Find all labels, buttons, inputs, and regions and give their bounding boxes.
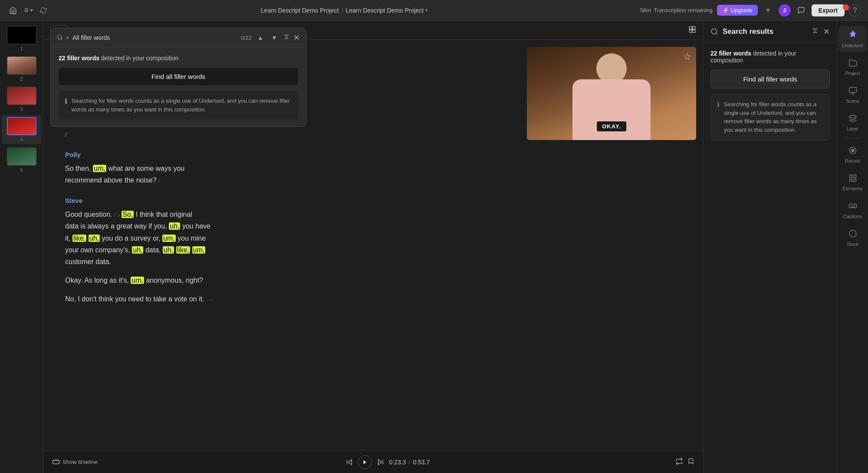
nav-stock-label: Stock <box>847 241 859 247</box>
add-button[interactable]: + <box>762 4 774 16</box>
nav-scene-button[interactable]: Scene <box>839 81 867 107</box>
play-button[interactable] <box>358 455 372 469</box>
nav-underlord-button[interactable]: Underlord <box>839 26 867 52</box>
menu-icon: ≡ <box>24 6 29 15</box>
word: you do a survey or, <box>100 235 162 242</box>
menu-button[interactable]: ≡ ▾ <box>24 6 33 15</box>
filler-word[interactable]: uh, <box>169 222 180 230</box>
time-display: 0:23.3 / 0:53.7 <box>104 455 669 469</box>
scene-item[interactable]: 3 <box>2 85 41 114</box>
ellipsis: ··· <box>209 296 214 303</box>
scene-number-active: 4 <box>20 137 23 142</box>
nav-layer-button[interactable]: Layer <box>839 109 867 135</box>
video-caption: OKAY. <box>597 121 626 131</box>
transcript-line: So then, um, what are some ways you <box>65 163 681 174</box>
search-prev-button[interactable]: ▲ <box>255 33 266 43</box>
search-chevron-icon: ▾ <box>66 35 69 41</box>
topbar: ≡ ▾ Learn Descript Demo Project / Learn … <box>0 0 868 21</box>
find-filler-words-button[interactable]: Find all filler words <box>59 68 298 85</box>
search-panel-header: ▾ All filler words 0/22 ▲ ▼ ✕ <box>51 28 306 48</box>
close-panel-button[interactable]: ✕ <box>823 27 830 36</box>
home-button[interactable] <box>7 4 19 16</box>
nav-record-button[interactable]: Record <box>839 142 867 167</box>
bottom-bar: Show timeline 0:23.3 / 0:53.7 <box>43 450 703 473</box>
word: customer data. <box>65 258 111 265</box>
filler-word[interactable]: um, <box>162 235 176 242</box>
avatar[interactable]: J <box>779 4 791 16</box>
project-chevron-icon: ▾ <box>425 7 428 13</box>
filler-word[interactable]: So, <box>122 211 134 218</box>
word: data, <box>143 246 162 254</box>
bookmark-button[interactable] <box>687 457 694 467</box>
help-button[interactable]: ? <box>849 4 861 16</box>
lightning-icon: ⚡ <box>722 7 729 13</box>
info-box: ℹ Searching for filler words counts as a… <box>59 91 298 120</box>
stock-icon <box>847 228 859 240</box>
filler-word[interactable]: uh, <box>89 235 100 242</box>
filler-word[interactable]: uh, <box>163 246 174 254</box>
project2-label[interactable]: Learn Descript Demo Project ▾ <box>345 7 428 14</box>
loop-button[interactable] <box>675 457 683 467</box>
timeline-label: Show timeline <box>62 459 98 465</box>
svg-point-5 <box>58 35 62 39</box>
export-button[interactable]: Export <box>812 4 845 16</box>
word: Good question. <box>65 211 114 218</box>
right-controls <box>675 457 694 467</box>
filler-word[interactable]: like, <box>72 235 86 242</box>
scene-item[interactable]: 1 <box>2 24 41 53</box>
total-time: 0:53.7 <box>413 459 430 466</box>
editor-area: ▾ ▾ All filler words 0/22 ▲ ▼ <box>43 21 703 473</box>
scene-thumbnail-active <box>7 117 36 135</box>
star-button[interactable]: ☆ <box>683 51 692 62</box>
project1-label: Learn Descript Demo Project <box>261 7 339 14</box>
speaker-polly: Polly <box>65 149 681 160</box>
scene-item-active[interactable]: 4 <box>2 115 41 144</box>
filler-word[interactable]: like, <box>176 246 190 254</box>
main-layout: 1 2 3 4 5 <box>0 21 868 473</box>
nav-captions-button[interactable]: Captions <box>839 196 867 222</box>
scene-list: 1 2 3 4 5 <box>0 21 43 473</box>
word: what are some ways you <box>106 165 185 172</box>
video-thumbnail: OKAY. ☆ <box>527 47 696 140</box>
search-input[interactable]: All filler words <box>72 34 237 41</box>
current-time: 0:23.3 <box>389 459 406 466</box>
transcript-line: it, like, uh, you do a survey or, um, yo… <box>65 232 681 244</box>
word: recommend above the noise? <box>65 176 158 184</box>
info-icon: ℹ <box>717 101 720 108</box>
video-preview: OKAY. ☆ <box>527 47 696 140</box>
svg-point-18 <box>711 29 717 34</box>
filter-button[interactable] <box>811 27 819 36</box>
skip-back-button[interactable] <box>343 456 355 468</box>
transcription-time: 56m <box>640 7 651 13</box>
info-box: ℹ Searching for filler words counts as a… <box>710 94 830 140</box>
transcript-line: customer data. <box>65 256 681 267</box>
scene-thumbnail <box>7 26 36 44</box>
captions-icon <box>847 200 859 212</box>
filler-word[interactable]: um, <box>131 277 144 284</box>
music-icon: ♪ <box>117 212 120 218</box>
nav-elements-button[interactable]: Elements <box>839 169 867 195</box>
find-all-filler-words-button[interactable]: Find all filler words <box>710 70 830 88</box>
skip-forward-button[interactable] <box>375 456 387 468</box>
project-icon <box>847 57 859 69</box>
word: data is always a great way if you, <box>65 222 169 230</box>
chat-button[interactable] <box>795 4 807 16</box>
svg-marker-23 <box>849 115 856 118</box>
upgrade-button[interactable]: ⚡ Upgrade <box>717 5 758 16</box>
nav-project-button[interactable]: Project <box>839 53 867 79</box>
scene-number: 1 <box>20 46 23 51</box>
timeline-toggle-button[interactable]: Show timeline <box>52 458 98 466</box>
filler-word[interactable]: um, <box>192 246 206 254</box>
layout-button[interactable] <box>688 26 696 35</box>
word: anonymous, right? <box>144 277 203 284</box>
filler-word[interactable]: um, <box>93 165 106 172</box>
search-next-button[interactable]: ▼ <box>269 33 279 43</box>
nav-captions-label: Captions <box>843 214 862 219</box>
scene-item[interactable]: 5 <box>2 146 41 174</box>
scene-item[interactable]: 2 <box>2 55 41 83</box>
filler-word[interactable]: uh, <box>132 246 143 254</box>
nav-stock-button[interactable]: Stock <box>839 224 867 250</box>
search-close-button[interactable]: ✕ <box>293 33 300 42</box>
scene-number: 3 <box>20 107 23 112</box>
search-options-button[interactable] <box>283 33 290 42</box>
